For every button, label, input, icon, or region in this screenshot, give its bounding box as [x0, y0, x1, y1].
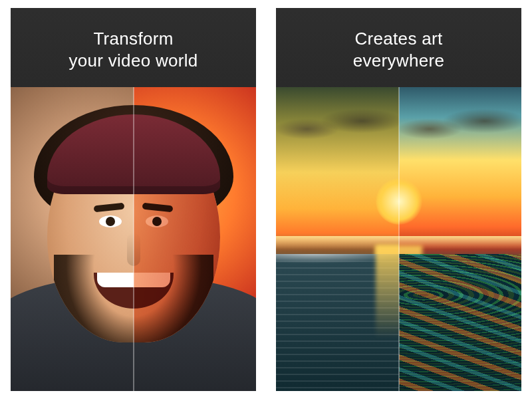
panel-2-heading: Creates art everywhere	[276, 8, 521, 87]
screenshot-container: Transform your video world	[0, 0, 532, 399]
sunset-clouds-left	[276, 105, 399, 145]
panel-1-heading-line1: Transform	[93, 29, 173, 49]
split-divider	[398, 87, 400, 391]
panel-1-heading: Transform your video world	[11, 8, 256, 87]
sunset-clouds-right	[399, 105, 522, 145]
portrait-eye-right	[146, 215, 168, 227]
panel-2-heading-line2: everywhere	[353, 51, 444, 70]
panel-2-heading-line1: Creates art	[355, 29, 443, 49]
portrait-eyebrow-left	[93, 203, 124, 213]
panel-1-heading-line2: your video world	[68, 51, 198, 70]
portrait-eyebrow-right	[142, 203, 174, 213]
panel-2-image	[276, 87, 521, 391]
sunset-waves-art	[399, 254, 522, 391]
panel-1-image	[11, 87, 256, 391]
promo-panel-1: Transform your video world	[11, 8, 256, 391]
panel-2-stylized-half	[399, 87, 522, 391]
promo-panel-2: Creates art everywhere	[276, 8, 521, 391]
panel-2-original-half	[276, 87, 399, 391]
split-divider	[133, 87, 134, 391]
portrait-eye-left	[99, 215, 122, 227]
